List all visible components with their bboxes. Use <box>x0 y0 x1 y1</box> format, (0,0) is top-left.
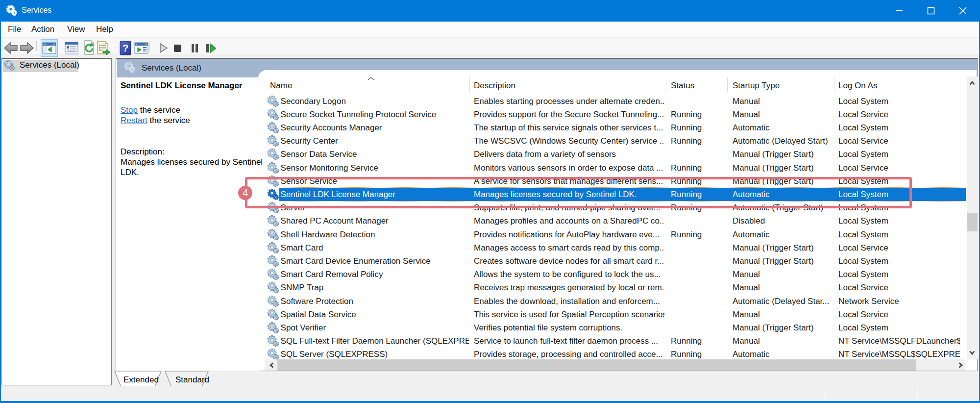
svg-text:?: ? <box>122 43 128 53</box>
